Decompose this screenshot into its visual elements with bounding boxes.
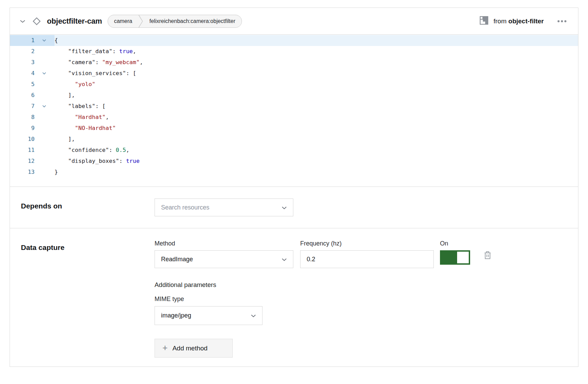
editor-gutter: 13	[10, 167, 54, 178]
depends-on-section: Depends on Search resources	[10, 187, 578, 228]
editor-gutter: 1	[10, 35, 54, 46]
from-module-text: from object-filter	[493, 17, 544, 25]
resource-card-header: objectfilter-cam camera felixreichenbach…	[10, 8, 578, 35]
line-number: 10	[10, 134, 38, 145]
chevron-down-icon	[282, 204, 287, 211]
editor-gutter: 4	[10, 68, 54, 79]
trash-icon	[483, 256, 492, 261]
line-number: 11	[10, 145, 38, 156]
mime-type-value: image/jpeg	[161, 312, 191, 319]
line-number: 2	[10, 46, 38, 57]
capture-on-toggle[interactable]	[440, 250, 470, 265]
method-label: Method	[155, 240, 293, 247]
fold-chevron-icon[interactable]	[38, 101, 50, 112]
fold-spacer	[38, 123, 50, 134]
code-content: "labels": [	[54, 101, 106, 112]
code-line[interactable]: 13}	[10, 167, 578, 178]
chevron-down-icon	[20, 18, 25, 24]
ellipsis-icon	[558, 20, 566, 22]
depends-on-select[interactable]: Search resources	[155, 199, 293, 216]
resource-card: objectfilter-cam camera felixreichenbach…	[10, 8, 578, 367]
editor-gutter: 12	[10, 156, 54, 167]
resource-model-label: felixreichenbach:camera:objectfilter	[143, 15, 242, 27]
fold-spacer	[38, 134, 50, 145]
line-number: 4	[10, 68, 38, 79]
editor-gutter: 7	[10, 101, 54, 112]
fold-chevron-icon[interactable]	[38, 68, 50, 79]
frequency-value: 0.2	[307, 256, 315, 263]
code-line[interactable]: 11 "confidence": 0.5,	[10, 145, 578, 156]
code-line[interactable]: 1{	[10, 35, 578, 46]
mime-type-select[interactable]: image/jpeg	[155, 306, 262, 325]
fold-spacer	[38, 145, 50, 156]
editor-gutter: 10	[10, 134, 54, 145]
frequency-input[interactable]: 0.2	[300, 250, 434, 268]
add-method-label: Add method	[172, 345, 207, 352]
code-line[interactable]: 7 "labels": [	[10, 101, 578, 112]
fold-spacer	[38, 90, 50, 101]
component-diamond-icon	[30, 14, 44, 28]
code-line[interactable]: 3 "camera": "my_webcam",	[10, 57, 578, 68]
on-label: On	[440, 240, 470, 247]
fold-spacer	[38, 46, 50, 57]
code-content: {	[54, 35, 58, 46]
method-value: ReadImage	[161, 256, 193, 263]
data-capture-label: Data capture	[21, 240, 155, 358]
fold-spacer	[38, 57, 50, 68]
fold-spacer	[38, 167, 50, 178]
code-line[interactable]: 8 "Hardhat",	[10, 112, 578, 123]
add-method-button[interactable]: + Add method	[155, 339, 233, 358]
code-content: }	[54, 167, 58, 178]
chevron-down-icon	[282, 256, 287, 263]
line-number: 12	[10, 156, 38, 167]
collapse-button[interactable]	[17, 16, 28, 26]
code-content: "filter_data": true,	[54, 46, 136, 57]
code-line[interactable]: 9 "NO-Hardhat"	[10, 123, 578, 134]
code-content: "vision_services": [	[54, 68, 136, 79]
resource-type-badge: camera felixreichenbach:camera:objectfil…	[108, 15, 242, 28]
code-content: "camera": "my_webcam",	[54, 57, 143, 68]
line-number: 3	[10, 57, 38, 68]
depends-on-placeholder: Search resources	[161, 204, 209, 211]
fold-chevron-icon[interactable]	[38, 35, 50, 46]
fold-spacer	[38, 79, 50, 90]
mime-type-label: MIME type	[155, 296, 567, 303]
editor-gutter: 9	[10, 123, 54, 134]
code-content: "NO-Hardhat"	[54, 123, 116, 134]
frequency-label: Frequency (hz)	[300, 240, 434, 247]
module-icon	[479, 16, 489, 26]
code-line[interactable]: 12 "display_boxes": true	[10, 156, 578, 167]
code-line[interactable]: 10 ],	[10, 134, 578, 145]
code-content: "Hardhat",	[54, 112, 109, 123]
module-name: object-filter	[509, 17, 544, 25]
code-editor[interactable]: 1{2 "filter_data": true,3 "camera": "my_…	[10, 35, 578, 187]
code-line[interactable]: 4 "vision_services": [	[10, 68, 578, 79]
additional-parameters-label: Additional parameters	[155, 281, 567, 289]
code-content: ],	[54, 90, 75, 101]
code-content: ],	[54, 134, 75, 145]
method-select[interactable]: ReadImage	[155, 250, 293, 268]
code-content: "display_boxes": true	[54, 156, 139, 167]
delete-method-button[interactable]	[483, 243, 492, 268]
line-number: 7	[10, 101, 38, 112]
line-number: 5	[10, 79, 38, 90]
page: objectfilter-cam camera felixreichenbach…	[0, 0, 588, 384]
resource-type-label: camera	[108, 15, 138, 27]
editor-gutter: 6	[10, 90, 54, 101]
code-line[interactable]: 2 "filter_data": true,	[10, 46, 578, 57]
editor-gutter: 5	[10, 79, 54, 90]
header-right: from object-filter	[479, 16, 569, 26]
code-line[interactable]: 6 ],	[10, 90, 578, 101]
resource-title: objectfilter-cam	[47, 17, 102, 26]
editor-gutter: 2	[10, 46, 54, 57]
data-capture-section: Data capture Method ReadImage Frequency	[10, 228, 578, 367]
more-options-button[interactable]	[555, 17, 569, 25]
editor-gutter: 11	[10, 145, 54, 156]
badge-separator-icon	[138, 15, 143, 27]
code-line[interactable]: 5 "yolo"	[10, 79, 578, 90]
line-number: 8	[10, 112, 38, 123]
line-number: 6	[10, 90, 38, 101]
fold-spacer	[38, 112, 50, 123]
chevron-down-icon	[251, 312, 256, 319]
line-number: 1	[10, 35, 38, 46]
